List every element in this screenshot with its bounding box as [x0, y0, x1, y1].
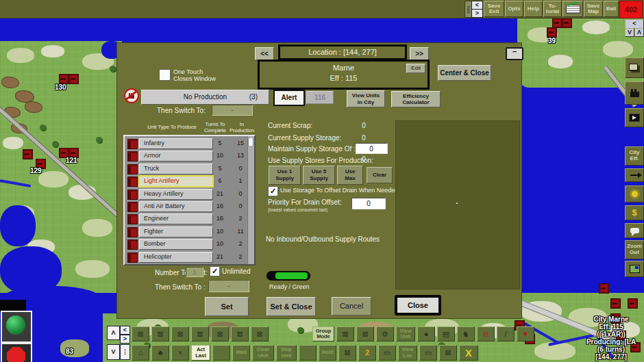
level-2-button[interactable]: 2 [358, 345, 376, 361]
map-scroll-left-button[interactable]: < [625, 19, 644, 29]
home-icon-button[interactable]: ⌂ [132, 345, 149, 361]
prev-city-button[interactable]: << [255, 47, 274, 60]
unit-move-icon-button[interactable]: ⊠ [211, 326, 229, 341]
hold-button[interactable]: Hold [319, 345, 336, 361]
map-left-button[interactable]: < [120, 326, 130, 335]
message-button[interactable] [625, 223, 644, 238]
keyboard-button[interactable] [562, 1, 583, 17]
view-loc-button[interactable]: View Loc [398, 345, 417, 361]
map-unit-marker[interactable] [562, 18, 572, 28]
use-1-supply-button[interactable]: Use 1 Supply [269, 166, 301, 185]
help-button[interactable]: Help [524, 1, 543, 17]
skip-unit-button[interactable]: Skip Unit [276, 345, 297, 361]
offset-drain-checkbox[interactable]: ✓ [268, 186, 278, 196]
unit-row-button[interactable]: Bomber [139, 239, 213, 250]
move-mode-button[interactable] [625, 168, 644, 182]
unit-move-icon-button[interactable]: ⊠ [132, 326, 149, 341]
unit-move-icon-button[interactable]: ⊠ [231, 326, 249, 341]
unit-move-icon-button[interactable]: ⊠ [251, 326, 269, 341]
use-max-button[interactable]: Use Max [337, 166, 363, 185]
then-switch-dropdown[interactable]: - [212, 105, 253, 116]
alert-button[interactable]: Alert [273, 90, 305, 106]
cancel-button[interactable]: Cancel [332, 297, 371, 315]
blank-button[interactable] [299, 345, 317, 361]
unit-move-icon-button[interactable]: ⊠ [191, 326, 209, 341]
unit-move-icon-button[interactable]: ⊠ [336, 326, 354, 341]
save-map-button[interactable]: Save Map [584, 1, 603, 17]
blank-button[interactable] [212, 345, 230, 361]
unit-move-icon-button[interactable]: ⊠ [439, 345, 457, 361]
unit-row-button[interactable]: Fighter [139, 227, 213, 237]
set-close-button[interactable]: Set & Close [267, 297, 316, 316]
unit-row-button[interactable]: Anti Air Battery [139, 201, 213, 212]
spear-icon-button[interactable]: / [497, 326, 515, 341]
map-unit-marker[interactable] [547, 27, 557, 38]
zoom-out-button[interactable]: Zoom Out [625, 240, 644, 259]
cassette-icon-button[interactable]: ▭ [419, 345, 437, 361]
map-right-button[interactable]: > [120, 335, 130, 344]
forest-icon-button[interactable]: ♣ [151, 345, 169, 361]
close-icon-button[interactable]: × [171, 345, 189, 361]
clear-unit-button[interactable]: Clear Unit [252, 345, 274, 361]
one-touch-checkbox[interactable] [159, 69, 171, 81]
unit-row-button[interactable]: Engineer [139, 214, 213, 224]
minimize-button[interactable]: – [506, 47, 523, 60]
scroll-right-button[interactable]: > [471, 9, 483, 18]
hourglass-icon-button[interactable]: ▼ [517, 326, 534, 341]
map-unit-marker[interactable] [599, 283, 609, 294]
page-down-button[interactable]: V [625, 28, 634, 37]
cancel-move-button[interactable]: X [459, 345, 478, 361]
view-unit-button[interactable]: View Unit [396, 326, 415, 341]
replay-button[interactable] [625, 108, 644, 127]
clear-button[interactable]: Clear [367, 167, 393, 183]
stack-view-button[interactable] [625, 57, 644, 78]
number-to-build-input[interactable]: 1 [186, 267, 203, 277]
day-night-button[interactable] [625, 185, 644, 203]
edit-city-name-button[interactable]: Edit [406, 64, 425, 73]
map-unit-marker[interactable] [59, 74, 69, 84]
unit-row-button[interactable]: Infantry [139, 138, 213, 149]
more-options-button[interactable]: ⋮ [120, 344, 130, 360]
production-screen-button[interactable] [625, 81, 644, 105]
map-unit-marker[interactable] [610, 298, 621, 309]
production-status-button[interactable]: No Production (3) [141, 90, 269, 105]
minimap-button[interactable] [625, 261, 644, 277]
map-unit-marker[interactable] [628, 298, 638, 309]
priority-input[interactable]: 0 [351, 198, 386, 209]
next-city-button[interactable]: >> [410, 47, 429, 60]
cavalry-icon-button[interactable]: ♞ [457, 326, 475, 341]
unit-row-button[interactable]: Helicopter [139, 252, 213, 263]
scrollbar-thumb[interactable] [248, 137, 253, 147]
eye-icon-button[interactable]: ● [417, 326, 435, 341]
act-last-button[interactable]: Act Last [191, 345, 210, 361]
stop-button[interactable] [1, 343, 32, 362]
map-unit-marker[interactable] [552, 18, 562, 28]
close-button[interactable]: Close [395, 295, 441, 315]
unit-list-scrollbar[interactable] [247, 136, 254, 264]
unit-row-button[interactable]: Armor [139, 151, 213, 161]
go-button[interactable] [1, 311, 32, 343]
then-switch2-dropdown[interactable]: - [208, 280, 249, 292]
map-unit-marker[interactable] [69, 74, 79, 84]
unit-move-icon-button[interactable]: ⊠ [171, 326, 189, 341]
center-close-button[interactable]: Center & Close [438, 65, 491, 81]
unit-row-button[interactable]: Light Artillery [138, 175, 214, 188]
tools-icon-button[interactable]: ⚙ [376, 326, 394, 341]
save-exit-button[interactable]: Save Exit [484, 1, 504, 17]
unit-move-icon-button[interactable]: ⊠ [356, 326, 374, 341]
unit-move-icon-button[interactable]: ⊠ [338, 345, 356, 361]
wait-button[interactable]: Wait [232, 345, 250, 361]
unlimited-checkbox[interactable]: ✓ [210, 266, 220, 276]
unit-row-button[interactable]: Heavy Artillery [139, 189, 213, 200]
economy-button[interactable]: $ [625, 205, 644, 220]
view-units-button[interactable]: View Units In City [347, 90, 385, 107]
unit-row-button[interactable]: Truck [139, 164, 213, 174]
unit-move-icon-button[interactable]: ⊠ [151, 326, 169, 341]
map-down-button[interactable]: V [107, 344, 120, 360]
screen-icon-button[interactable]: ▭ [378, 345, 396, 361]
map-up-button[interactable]: Λ [107, 326, 120, 340]
city-eff-button[interactable]: City Eff. [625, 146, 644, 166]
set-button[interactable]: Set [205, 297, 249, 316]
tutorial-button[interactable]: Tu- torial [543, 1, 562, 17]
use-5-supply-button[interactable]: Use 5 Supply [303, 166, 335, 185]
